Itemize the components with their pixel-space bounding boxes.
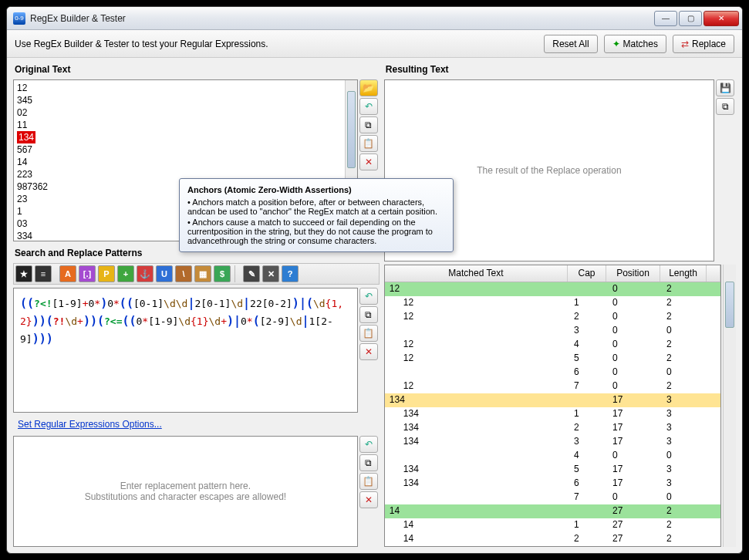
original-line: 345 xyxy=(17,94,354,106)
table-row[interactable]: 700 xyxy=(385,491,720,504)
original-line: 11 xyxy=(17,119,354,131)
replace-placeholder: Enter replacement pattern here.Substitut… xyxy=(48,481,322,502)
tb-slash[interactable]: \ xyxy=(175,265,192,282)
table-row[interactable]: 12202 xyxy=(385,310,720,324)
search-pattern-panel[interactable]: ((?<![1-9]+0*)0*(([0-1]\d\d|2[0-1]\d|22[… xyxy=(13,288,358,413)
tb-char-a[interactable]: A xyxy=(59,265,76,282)
tooltip-line2: • Anchors cause a match to succeed or fa… xyxy=(187,218,445,245)
tb-tools[interactable]: ✕ xyxy=(262,265,279,282)
th-matched[interactable]: Matched Text xyxy=(385,265,568,282)
regex-options-link[interactable]: Set Regular Expressions Options... xyxy=(13,416,380,433)
table-row[interactable]: 12102 xyxy=(385,296,720,310)
tb-plus[interactable]: + xyxy=(117,265,134,282)
resulting-text-label: Resulting Text xyxy=(386,64,734,75)
resulting-placeholder: The result of the Replace operation xyxy=(417,165,680,176)
reset-all-button[interactable]: Reset All xyxy=(544,35,597,53)
tb-brackets[interactable]: [.] xyxy=(79,265,96,282)
tb-star[interactable]: ★ xyxy=(15,265,32,282)
scrollbar[interactable] xyxy=(723,265,736,547)
tb-pencil[interactable]: ✎ xyxy=(243,265,260,282)
tb-char-p[interactable]: P xyxy=(98,265,115,282)
paste-icon[interactable]: 📋 xyxy=(359,325,378,342)
original-line: 14 xyxy=(17,156,354,168)
th-cap[interactable]: Cap xyxy=(568,265,606,282)
th-position[interactable]: Position xyxy=(606,265,660,282)
table-row[interactable]: 1343173 xyxy=(385,435,720,449)
undo-icon[interactable]: ↶ xyxy=(359,288,378,305)
table-row[interactable]: 1346173 xyxy=(385,477,720,491)
tb-text[interactable]: ≡ xyxy=(35,265,52,282)
table-row[interactable]: 142272 xyxy=(385,532,720,546)
original-line: 02 xyxy=(17,106,354,119)
tooltip-anchors: Anchors (Atomic Zero-Width Assertions) •… xyxy=(179,178,454,252)
copy-icon[interactable]: ⧉ xyxy=(359,116,378,133)
table-row[interactable]: 14272 xyxy=(385,504,720,518)
save-icon[interactable]: 💾 xyxy=(716,79,734,96)
undo-icon[interactable]: ↶ xyxy=(359,436,378,453)
table-row[interactable]: 134173 xyxy=(385,393,720,407)
window-title: RegEx Builder & Tester xyxy=(30,13,653,24)
tooltip-line1: • Anchors match a position before, after… xyxy=(187,197,445,216)
matches-table[interactable]: Matched Text Cap Position Length 1202121… xyxy=(384,265,721,547)
delete-icon[interactable]: ✕ xyxy=(359,491,378,508)
table-row[interactable]: 400 xyxy=(385,449,720,463)
table-row[interactable]: 600 xyxy=(385,366,720,380)
th-scroll xyxy=(707,265,720,282)
table-row[interactable]: 12402 xyxy=(385,338,720,352)
tooltip-title: Anchors (Atomic Zero-Width Assertions) xyxy=(187,185,445,194)
original-line: 12 xyxy=(17,82,354,94)
paste-icon[interactable]: 📋 xyxy=(359,135,378,152)
tb-dollar[interactable]: $ xyxy=(214,265,231,282)
close-button[interactable]: ✕ xyxy=(703,11,739,26)
table-row[interactable]: 141272 xyxy=(385,518,720,532)
original-line: 567 xyxy=(17,143,354,156)
maximize-button[interactable]: ▢ xyxy=(679,11,702,26)
replace-pattern-panel[interactable]: Enter replacement pattern here.Substitut… xyxy=(13,436,358,547)
pattern-toolbar: ★ ≡ A [.] P + ⚓ U \ ▦ $ ✎ ✕ ? xyxy=(13,263,380,285)
open-icon[interactable]: 📂 xyxy=(359,79,378,96)
titlebar[interactable]: 0-9 RegEx Builder & Tester — ▢ ✕ xyxy=(7,7,742,30)
tb-anchor[interactable]: ⚓ xyxy=(137,265,154,282)
original-line: 134 xyxy=(17,131,354,143)
paste-icon[interactable]: 📋 xyxy=(359,473,378,490)
table-row[interactable]: 1342173 xyxy=(385,421,720,435)
table-row[interactable]: 300 xyxy=(385,324,720,338)
replace-button[interactable]: ⇄Replace xyxy=(673,35,734,53)
undo-icon[interactable]: ↶ xyxy=(359,98,378,115)
copy-icon[interactable]: ⧉ xyxy=(359,454,378,471)
table-row[interactable]: 12502 xyxy=(385,352,720,366)
minimize-button[interactable]: — xyxy=(654,11,677,26)
app-icon: 0-9 xyxy=(13,12,25,25)
matches-button[interactable]: ✦Matches xyxy=(604,35,666,53)
clipboard-icon[interactable]: ⧉ xyxy=(716,98,734,115)
table-row[interactable]: 1341173 xyxy=(385,407,720,421)
copy-icon[interactable]: ⧉ xyxy=(359,306,378,323)
table-row[interactable]: 1202 xyxy=(385,282,720,296)
tb-char-u[interactable]: U xyxy=(156,265,173,282)
original-text-label: Original Text xyxy=(15,64,378,75)
delete-icon[interactable]: ✕ xyxy=(359,153,378,170)
toolbar: Use RegEx Builder & Tester to test your … xyxy=(7,30,742,58)
table-row[interactable]: 12702 xyxy=(385,380,720,393)
delete-icon[interactable]: ✕ xyxy=(359,343,378,360)
tb-help[interactable]: ? xyxy=(282,265,299,282)
instruction-text: Use RegEx Builder & Tester to test your … xyxy=(15,39,268,49)
th-length[interactable]: Length xyxy=(660,265,707,282)
tb-grid[interactable]: ▦ xyxy=(194,265,211,282)
table-row[interactable]: 1345173 xyxy=(385,463,720,477)
